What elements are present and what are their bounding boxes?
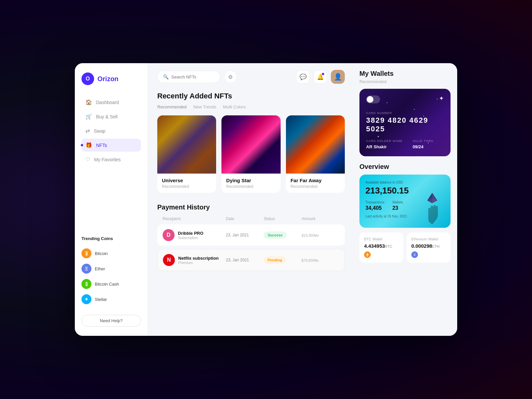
bitcoin-cash-icon: ₿ <box>81 279 91 289</box>
coin-item-stellar[interactable]: ✦ Stellar <box>81 292 141 307</box>
stat-wallets: Wallets 23 <box>392 200 403 211</box>
swap-icon: ⇄ <box>85 128 90 134</box>
logo-area: O Orizon <box>81 72 141 85</box>
wallets-count-value: 23 <box>392 205 398 211</box>
home-icon: 🏠 <box>85 99 92 105</box>
netflix-sub: Premium <box>178 261 218 265</box>
nft-grid: Universe Recommended Dying Star Recommen… <box>157 115 345 193</box>
sidebar-item-dashboard[interactable]: 🏠 Dashboard <box>81 96 141 109</box>
eth-wallet-icon: Ξ <box>411 251 446 258</box>
search-icon: 🔍 <box>163 74 169 79</box>
notification-badge <box>322 72 325 75</box>
search-bar: 🔍 <box>157 71 220 83</box>
sidebar-item-favorites[interactable]: ♡ My Favorites <box>81 153 141 166</box>
ether-label: Ether <box>95 266 105 271</box>
logo-text: Orizon <box>97 75 118 83</box>
card-holder-value: AR Shakir <box>366 144 387 149</box>
transactions-label: Transactions <box>365 200 384 204</box>
nft-image-far-away <box>286 115 345 174</box>
active-dot <box>81 144 83 146</box>
stat-transactions: Transactions 34,405 <box>365 200 384 211</box>
balance-label: Available balance in USD <box>365 181 445 184</box>
messages-button[interactable]: 💬 <box>296 70 310 83</box>
netflix-status: Pending <box>264 256 286 264</box>
stellar-icon: ✦ <box>81 294 91 304</box>
dribbble-date: 23, Jan 2021 <box>226 233 264 237</box>
filter-button[interactable]: ⚙ <box>224 70 237 83</box>
coin-item-bitcoin-cash[interactable]: ₿ Bitcoin Cash <box>81 276 141 292</box>
btc-small-icon: ₿ <box>364 251 371 258</box>
btc-wallet-icon: ₿ <box>364 251 399 258</box>
nft-tag-universe: Recommended <box>162 184 211 189</box>
user-avatar[interactable]: 👤 <box>331 70 345 84</box>
toggle-knob <box>367 96 373 103</box>
netflix-name: Netflix subscription <box>178 256 218 261</box>
cart-icon: 🛒 <box>85 113 92 120</box>
topbar: 🔍 ⚙ 💬 🔔 👤 <box>157 70 345 84</box>
search-input[interactable] <box>171 74 214 79</box>
sidebar-label-swap: Swap <box>94 128 105 134</box>
nft-card-universe[interactable]: Universe Recommended <box>157 115 216 193</box>
col-status: Status <box>264 216 302 221</box>
notifications-button[interactable]: 🔔 <box>314 70 327 83</box>
eth-wallet-title: Ethereum Wallet <box>411 237 446 241</box>
nft-card-far-away[interactable]: Far Far Away Recommended <box>286 115 345 193</box>
sidebar: O Orizon 🏠 Dashboard 🛒 Buy & Sell ⇄ Swap… <box>75 63 148 336</box>
eth-wallet-card: Ethereum Wallet 0.000298ETH Ξ <box>407 232 451 263</box>
nft-tag-far-away: Recommended <box>291 184 340 189</box>
col-recipient: Recepient <box>163 216 226 221</box>
btc-wallet-amount: 4.434953BTC <box>364 243 399 249</box>
main-content: 🔍 ⚙ 💬 🔔 👤 Recently Added NFTs Re <box>148 63 354 336</box>
wallets-title: My Wallets <box>359 70 451 77</box>
small-wallets: BTC Wallet 4.434953BTC ₿ Ethereum Wallet… <box>359 232 451 263</box>
sidebar-item-swap[interactable]: ⇄ Swap <box>81 124 141 137</box>
card-number-label: CARD NUMBER <box>366 111 444 115</box>
sidebar-label-favorites: My Favorites <box>94 157 121 162</box>
trending-section: Trending Coins ₿ Bitcoin Ξ Ether ₿ Bitco… <box>81 236 141 307</box>
logo-icon: O <box>81 72 94 85</box>
col-amount: Amount <box>302 216 339 221</box>
bitcoin-label: Bitcoin <box>95 251 108 256</box>
payment-table-header: Recepient Date Status Amount <box>157 216 345 224</box>
nft-image-dying-star <box>221 115 280 174</box>
bitcoin-cash-label: Bitcoin Cash <box>95 282 119 287</box>
heart-icon: ♡ <box>85 156 90 163</box>
coin-item-ether[interactable]: Ξ Ether <box>81 261 141 276</box>
nft-tag-dying-star: Recommended <box>226 184 276 189</box>
transactions-value: 34,405 <box>365 205 382 211</box>
coin-item-bitcoin[interactable]: ₿ Bitcoin <box>81 246 141 261</box>
tab-multi-colors[interactable]: Mutli Colors <box>223 104 246 109</box>
tab-new-trends[interactable]: New Trends <box>193 104 216 109</box>
payment-section: Payment History Recepient Date Status Am… <box>157 203 345 271</box>
netflix-date: 23, Jan 2021 <box>226 258 264 262</box>
sidebar-item-nfts[interactable]: 🎁 NFTs <box>81 139 141 152</box>
eth-hand-svg <box>419 191 446 228</box>
btc-wallet-title: BTC Wallet <box>364 237 399 241</box>
tab-recommended[interactable]: Recommended <box>157 104 187 109</box>
payment-row-netflix: N Netflix subscription Premium 23, Jan 2… <box>157 249 345 271</box>
sidebar-label-buy-sell: Buy & Sell <box>96 114 118 119</box>
card-number: 3829 4820 4629 5025 <box>366 116 444 133</box>
wallet-toggle[interactable] <box>366 95 444 103</box>
star-3 <box>378 136 379 137</box>
dribbble-logo: D <box>163 229 175 241</box>
sidebar-item-buy-sell[interactable]: 🛒 Buy & Sell <box>81 110 141 123</box>
app-container: O Orizon 🏠 Dashboard 🛒 Buy & Sell ⇄ Swap… <box>75 63 457 336</box>
col-date: Date <box>226 216 264 221</box>
chat-icon: 💬 <box>300 73 307 80</box>
help-button[interactable]: Need Help? <box>81 315 141 327</box>
overview-card: Available balance in USD 213,150.15 Tran… <box>359 175 451 228</box>
card-valid-field: VALID THRU 09/24 <box>413 139 434 150</box>
eth-small-icon: Ξ <box>411 251 418 258</box>
overview-title: Overview <box>359 163 451 171</box>
recipient-dribbble: D Dribble PRO Subscription <box>163 229 226 241</box>
payment-row-dribbble: D Dribble PRO Subscription 23, Jan 2021 … <box>157 224 345 246</box>
nft-icon: 🎁 <box>85 142 92 148</box>
eth-wallet-amount: 0.000298ETH <box>411 243 446 249</box>
sparkle-icon: ✦ <box>439 95 444 102</box>
recipient-netflix: N Netflix subscription Premium <box>163 254 226 266</box>
nav-section: 🏠 Dashboard 🛒 Buy & Sell ⇄ Swap 🎁 NFTs ♡… <box>81 96 141 229</box>
wallet-card: ✦ CARD NUMBER 3829 4820 4629 5025 CARD H… <box>359 89 451 156</box>
nft-name-far-away: Far Far Away <box>291 178 340 183</box>
nft-card-dying-star[interactable]: Dying Star Recommended <box>221 115 280 193</box>
